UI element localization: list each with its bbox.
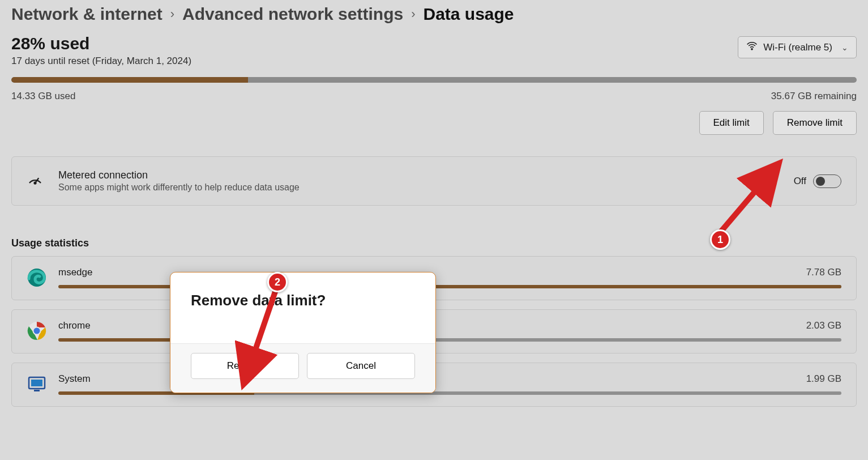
app-name: chrome xyxy=(58,320,91,331)
annotation-arrow-2 xyxy=(235,283,286,391)
svg-line-11 xyxy=(245,290,276,380)
breadcrumb-network[interactable]: Network & internet xyxy=(11,5,163,24)
metered-toggle[interactable] xyxy=(813,174,841,188)
chevron-right-icon: › xyxy=(170,7,174,22)
app-usage: 1.99 GB xyxy=(806,373,841,385)
usage-progress-fill xyxy=(11,77,248,83)
breadcrumb-advanced[interactable]: Advanced network settings xyxy=(182,5,403,24)
app-name: msedge xyxy=(58,267,92,278)
svg-point-2 xyxy=(35,182,36,184)
annotation-callout-1: 1 xyxy=(710,229,730,250)
svg-rect-8 xyxy=(31,380,42,386)
app-usage: 2.03 GB xyxy=(806,320,841,331)
remove-limit-dialog: Remove data limit? Remove Cancel xyxy=(170,272,436,393)
metered-toggle-label: Off xyxy=(794,176,806,187)
chrome-icon xyxy=(27,321,47,341)
usage-used-label: 14.33 GB used xyxy=(11,91,75,102)
msedge-icon xyxy=(27,267,47,288)
remove-limit-button[interactable]: Remove limit xyxy=(773,111,857,135)
meter-icon xyxy=(27,172,44,191)
chevron-right-icon: › xyxy=(411,7,415,22)
edit-limit-button[interactable]: Edit limit xyxy=(699,111,764,135)
usage-progress-bar xyxy=(11,77,857,83)
breadcrumb-current: Data usage xyxy=(423,5,514,24)
breadcrumb: Network & internet › Advanced network se… xyxy=(11,0,857,34)
svg-point-0 xyxy=(751,49,752,50)
chevron-down-icon: ⌄ xyxy=(841,43,848,52)
metered-subtitle: Some apps might work differently to help… xyxy=(58,182,300,193)
usage-percent-label: 28% used xyxy=(11,34,191,53)
system-icon xyxy=(27,374,47,394)
toggle-knob xyxy=(816,177,825,186)
dialog-cancel-button[interactable]: Cancel xyxy=(307,353,415,379)
dialog-title: Remove data limit? xyxy=(191,292,415,309)
network-selector-label: Wi-Fi (realme 5) xyxy=(763,42,832,53)
annotation-callout-2: 2 xyxy=(267,272,288,292)
usage-remaining-label: 35.67 GB remaining xyxy=(771,91,857,102)
svg-line-10 xyxy=(720,167,776,232)
svg-rect-9 xyxy=(34,390,40,391)
usage-reset-label: 17 days until reset (Friday, March 1, 20… xyxy=(11,56,191,67)
app-usage: 7.78 GB xyxy=(806,267,841,278)
wifi-icon xyxy=(746,40,758,54)
app-name: System xyxy=(58,373,91,385)
network-selector[interactable]: Wi-Fi (realme 5) ⌄ xyxy=(738,36,857,58)
svg-point-6 xyxy=(34,328,40,334)
metered-title: Metered connection xyxy=(58,169,300,181)
